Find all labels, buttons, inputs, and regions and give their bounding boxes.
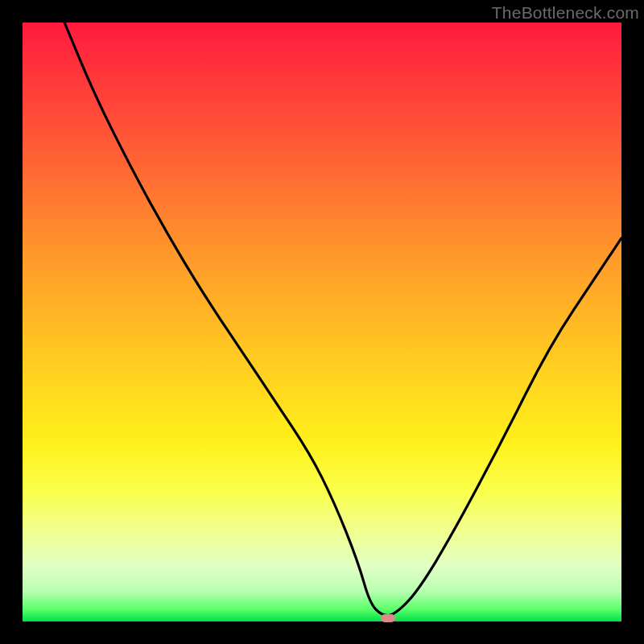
bottleneck-curve-path (64, 23, 621, 616)
plot-area (23, 23, 621, 621)
bottleneck-marker (381, 614, 395, 622)
curve-svg (23, 23, 621, 621)
chart-container: TheBottleneck.com (0, 0, 644, 644)
watermark-text: TheBottleneck.com (492, 3, 639, 23)
